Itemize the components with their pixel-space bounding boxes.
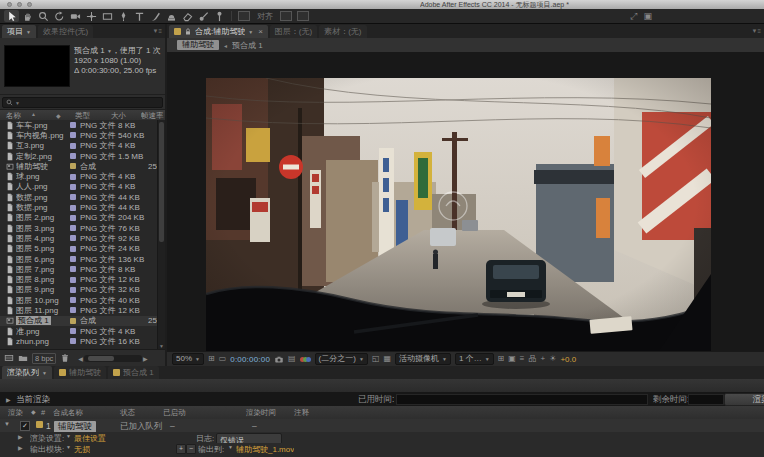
project-item-row[interactable]: 定制2.pngPNG 文件1.5 MB [0, 151, 158, 161]
selection-tool[interactable] [4, 10, 19, 22]
project-item-row[interactable]: 数据.pngPNG 文件44 KB [0, 192, 158, 202]
label-chip[interactable] [70, 277, 80, 283]
unified-camera-tool[interactable] [68, 10, 83, 22]
render-button[interactable]: 渲染 [724, 393, 764, 406]
scrollbar-thumb[interactable] [159, 122, 164, 242]
project-item-row[interactable]: 图层 11.pngPNG 文件12 KB [0, 305, 158, 315]
project-item-row[interactable]: 图层 9.pngPNG 文件32 KB [0, 285, 158, 295]
label-chip[interactable] [70, 163, 80, 169]
scroll-right-icon[interactable]: ▶ [143, 355, 148, 362]
hand-tool[interactable] [20, 10, 35, 22]
safe-zones-icon[interactable]: ⊞ [208, 354, 215, 364]
column-comp-name[interactable]: 合成名称 [53, 408, 83, 418]
label-chip[interactable] [70, 174, 80, 180]
label-chip[interactable] [70, 225, 80, 231]
render-checkbox[interactable]: ✓ [20, 421, 30, 431]
label-chip[interactable] [70, 235, 80, 241]
tab-project[interactable]: 项目▼ [2, 25, 36, 38]
timeline-button-icon[interactable]: ≡ [520, 354, 525, 364]
shape-tool[interactable] [100, 10, 115, 22]
close-icon[interactable]: × [258, 27, 263, 36]
breadcrumb-current-comp[interactable]: 辅助驾驶 [177, 40, 219, 50]
remove-output-module-button[interactable]: − [186, 444, 196, 454]
transparency-grid-icon[interactable]: ▦ [383, 354, 391, 364]
expand-triangle-icon[interactable]: ▶ [18, 444, 23, 451]
render-queue-item-row[interactable]: ▼ ✓ 1 辅助驾驶 已加入队列 – – [0, 419, 764, 433]
tab-layer-viewer[interactable]: 图层：(无) [270, 25, 317, 38]
resolution-dropdown[interactable]: (二分之一)▼ [315, 353, 368, 365]
brush-tool[interactable] [148, 10, 163, 22]
project-item-row[interactable]: zhun.pngPNG 文件16 KB [0, 336, 158, 346]
scrollbar-track[interactable] [84, 355, 142, 362]
project-item-row[interactable]: 互3.pngPNG 文件4 KB [0, 141, 158, 151]
label-chip[interactable] [70, 153, 80, 159]
snapshot-camera-icon[interactable] [274, 355, 284, 364]
rulers-icon[interactable]: ▣ [508, 354, 516, 364]
project-item-row[interactable]: 车车.pngPNG 文件8 KB [0, 120, 158, 130]
project-item-row[interactable]: 车内视角.pngPNG 文件540 KB [0, 130, 158, 140]
zoom-window-button[interactable] [27, 2, 32, 7]
pan-behind-tool[interactable] [84, 10, 99, 22]
column-framerate[interactable]: 帧速率 [141, 111, 165, 121]
label-chip[interactable] [70, 132, 80, 138]
column-number[interactable]: # [41, 408, 45, 417]
scroll-left-icon[interactable]: ◀ [78, 355, 83, 362]
project-item-row[interactable]: 图层 4.pngPNG 文件92 KB [0, 233, 158, 243]
label-chip[interactable] [70, 307, 80, 313]
roto-brush-tool[interactable] [196, 10, 211, 22]
project-item-row[interactable]: 准.pngPNG 文件4 KB [0, 326, 158, 336]
tab-composition[interactable]: 合成:辅助驾驶 ▼ × [169, 25, 268, 38]
eraser-tool[interactable] [180, 10, 195, 22]
reset-exposure-icon[interactable]: + [541, 354, 546, 364]
label-chip[interactable] [70, 266, 80, 272]
color-depth-button[interactable]: 8 bpc [32, 353, 56, 364]
workspace-icon[interactable] [280, 11, 292, 21]
view-layout-dropdown[interactable]: 1 个…▼ [455, 353, 494, 365]
clone-stamp-tool[interactable] [164, 10, 179, 22]
expand-triangle-icon[interactable]: ▶ [6, 396, 11, 403]
label-chip[interactable] [70, 143, 80, 149]
column-render-time[interactable]: 渲染时间 [246, 408, 276, 418]
column-type[interactable]: 类型 [75, 111, 111, 121]
chevron-down-icon[interactable]: ▼ [66, 444, 71, 450]
project-item-row[interactable]: 辅助驾驶合成25 [0, 161, 158, 171]
panel-box-icon[interactable]: ▣ [643, 11, 652, 21]
tab-render-queue[interactable]: 渲染队列▼ [2, 366, 52, 379]
flowchart-icon[interactable]: 品 [529, 354, 537, 364]
project-item-row[interactable]: 图层 3.pngPNG 文件76 KB [0, 223, 158, 233]
column-render[interactable]: 渲染 [8, 408, 23, 418]
project-item-row[interactable]: 数据.pngPNG 文件44 KB [0, 202, 158, 212]
snapping-icon[interactable] [238, 11, 250, 21]
zoom-tool[interactable] [36, 10, 51, 22]
project-item-row[interactable]: 人人.pngPNG 文件4 KB [0, 182, 158, 192]
breadcrumb-nested-comp[interactable]: 预合成 1 [232, 40, 263, 51]
project-item-row[interactable]: 图层 6.pngPNG 文件136 KB [0, 254, 158, 264]
label-chip[interactable] [70, 194, 80, 200]
current-time-display[interactable]: 0:00:00:00 [230, 355, 270, 364]
new-folder-icon[interactable] [18, 353, 28, 363]
label-chip[interactable] [70, 287, 80, 293]
column-label-icon[interactable]: ◆ [31, 408, 36, 415]
collapse-triangle-icon[interactable]: ▼ [4, 421, 10, 427]
scrollbar-thumb[interactable] [88, 356, 114, 361]
column-started[interactable]: 已启动 [163, 408, 186, 418]
label-chip[interactable] [70, 215, 80, 221]
tab-timeline-precomp-1[interactable]: 预合成 1 [108, 366, 159, 379]
project-item-row[interactable]: 图层 5.pngPNG 文件24 KB [0, 244, 158, 254]
expand-triangle-icon[interactable]: ▶ [18, 433, 23, 440]
grid-guides-icon[interactable]: ⊞ [498, 354, 505, 364]
label-chip[interactable] [36, 421, 43, 428]
tab-timeline-assist-drive[interactable]: 辅助驾驶 [54, 366, 106, 379]
label-chip[interactable] [70, 184, 80, 190]
interpret-footage-icon[interactable] [4, 353, 14, 363]
type-tool[interactable] [132, 10, 147, 22]
project-item-row[interactable]: 预合成 1合成25 [0, 316, 158, 326]
mask-visibility-icon[interactable]: ▭ [219, 354, 227, 364]
chevron-down-icon[interactable]: ▼ [66, 433, 71, 439]
column-size[interactable]: 大小 [111, 111, 141, 121]
adjust-exposure-icon[interactable]: ☀ [549, 354, 556, 364]
composition-viewer[interactable] [167, 52, 764, 352]
camera-view-dropdown[interactable]: 活动摄像机▼ [395, 353, 451, 365]
column-label-icon[interactable]: ◆ [56, 112, 75, 119]
chevron-down-icon[interactable]: ▼ [248, 29, 253, 35]
